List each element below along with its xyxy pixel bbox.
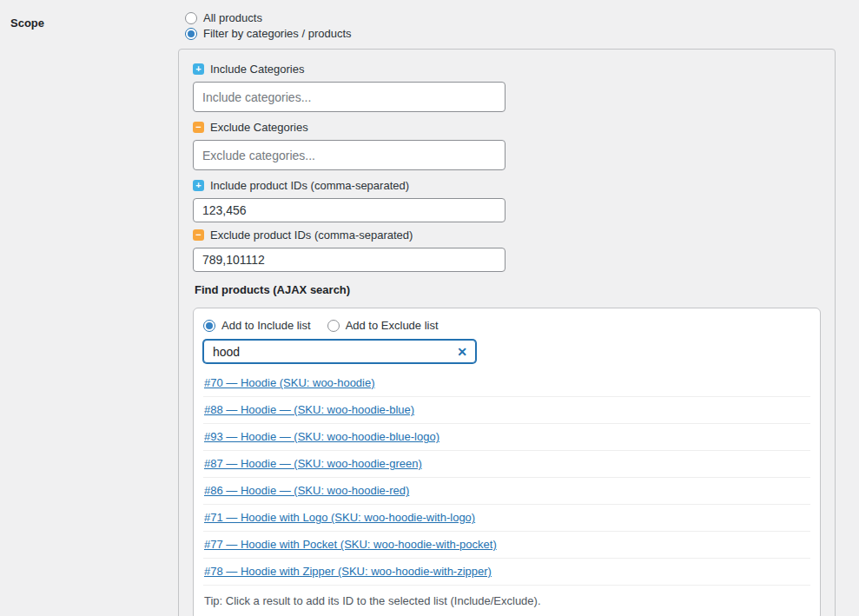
radio-icon	[185, 12, 197, 24]
search-result-row: #87 — Hoodie — (SKU: woo-hoodie-green)	[203, 451, 810, 478]
radio-checked-icon	[203, 320, 215, 332]
exclude-product-ids-label: − Exclude product IDs (comma-separated)	[193, 229, 821, 242]
search-result-row: #77 — Hoodie with Pocket (SKU: woo-hoodi…	[203, 532, 810, 559]
scope-label: Scope	[0, 0, 185, 616]
search-tip: Tip: Click a result to add its ID to the…	[203, 586, 810, 609]
include-product-ids-input[interactable]	[193, 198, 505, 222]
radio-add-to-exclude-label: Add to Exclude list	[346, 319, 439, 332]
exclude-product-ids-input[interactable]	[193, 248, 505, 272]
include-categories-label-text: Include Categories	[210, 63, 304, 76]
exclude-categories-label-text: Exclude Categories	[210, 121, 308, 134]
search-input-wrap: ✕	[203, 340, 476, 363]
radio-filter-by-label: Filter by categories / products	[203, 27, 352, 40]
find-products-heading: Find products (AJAX search)	[195, 283, 821, 296]
radio-add-to-include-label: Add to Include list	[221, 319, 311, 332]
minus-icon: −	[193, 229, 204, 241]
ajax-search-card: Add to Include list Add to Exclude list …	[193, 308, 821, 616]
result-link[interactable]: #87 — Hoodie — (SKU: woo-hoodie-green)	[204, 457, 422, 470]
search-mode-radios: Add to Include list Add to Exclude list	[203, 319, 810, 332]
filter-box: + Include Categories − Exclude Categorie…	[178, 49, 836, 616]
minus-icon: −	[193, 122, 204, 133]
search-results-list: #70 — Hoodie (SKU: woo-hoodie) #88 — Hoo…	[203, 370, 810, 586]
exclude-categories-input[interactable]	[193, 140, 505, 170]
search-result-row: #71 — Hoodie with Logo (SKU: woo-hoodie-…	[203, 505, 810, 532]
radio-all-products-label: All products	[203, 11, 262, 24]
result-link[interactable]: #78 — Hoodie with Zipper (SKU: woo-hoodi…	[204, 565, 492, 578]
scope-content: All products Filter by categories / prod…	[185, 0, 859, 616]
result-link[interactable]: #77 — Hoodie with Pocket (SKU: woo-hoodi…	[204, 538, 497, 551]
plus-icon: +	[193, 63, 204, 75]
include-product-ids-label-text: Include product IDs (comma-separated)	[210, 179, 409, 192]
radio-icon	[327, 320, 340, 332]
product-search-input[interactable]	[203, 340, 476, 363]
search-result-row: #88 — Hoodie — (SKU: woo-hoodie-blue)	[203, 397, 810, 424]
search-result-row: #93 — Hoodie — (SKU: woo-hoodie-blue-log…	[203, 424, 810, 451]
result-link[interactable]: #71 — Hoodie with Logo (SKU: woo-hoodie-…	[204, 511, 475, 524]
radio-add-to-exclude[interactable]: Add to Exclude list	[327, 319, 439, 332]
radio-filter-by-categories[interactable]: Filter by categories / products	[185, 27, 836, 40]
plus-icon: +	[193, 180, 204, 191]
result-link[interactable]: #86 — Hoodie — (SKU: woo-hoodie-red)	[204, 484, 409, 497]
search-result-row: #70 — Hoodie (SKU: woo-hoodie)	[203, 370, 810, 397]
radio-checked-icon	[185, 28, 197, 40]
settings-page: Scope All products Filter by categories …	[0, 0, 859, 616]
result-link[interactable]: #88 — Hoodie — (SKU: woo-hoodie-blue)	[204, 403, 414, 416]
include-categories-label: + Include Categories	[193, 63, 821, 76]
include-categories-input[interactable]	[193, 82, 505, 112]
radio-all-products[interactable]: All products	[185, 11, 836, 24]
scope-form-row: Scope All products Filter by categories …	[0, 0, 859, 616]
search-result-row: #78 — Hoodie with Zipper (SKU: woo-hoodi…	[203, 559, 810, 586]
exclude-categories-label: − Exclude Categories	[193, 121, 821, 134]
include-product-ids-label: + Include product IDs (comma-separated)	[193, 179, 821, 192]
clear-search-icon[interactable]: ✕	[457, 346, 467, 358]
result-link[interactable]: #70 — Hoodie (SKU: woo-hoodie)	[204, 376, 375, 389]
exclude-product-ids-label-text: Exclude product IDs (comma-separated)	[210, 229, 413, 242]
radio-add-to-include[interactable]: Add to Include list	[203, 319, 311, 332]
search-result-row: #86 — Hoodie — (SKU: woo-hoodie-red)	[203, 478, 810, 505]
result-link[interactable]: #93 — Hoodie — (SKU: woo-hoodie-blue-log…	[204, 430, 439, 443]
